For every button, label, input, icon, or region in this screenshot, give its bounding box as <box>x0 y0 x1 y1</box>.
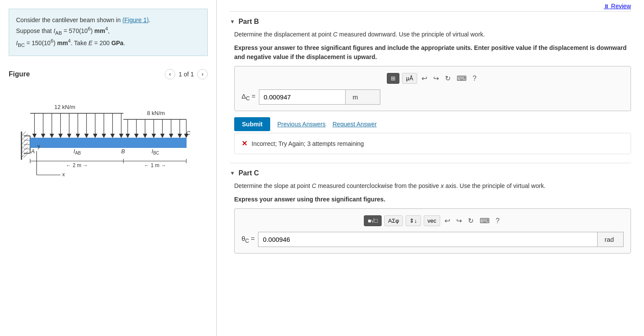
part-c-redo-button[interactable]: ↪ <box>454 215 464 227</box>
mu-button[interactable]: μÅ <box>402 73 417 84</box>
part-c-chevron: ▼ <box>230 170 235 176</box>
svg-marker-19 <box>41 134 46 138</box>
part-b-request-answer-button[interactable]: Request Answer <box>333 121 377 128</box>
svg-marker-25 <box>67 134 72 138</box>
figure-label-text: Figure <box>9 70 30 78</box>
svg-marker-17 <box>33 134 37 138</box>
svg-marker-23 <box>59 134 63 138</box>
svg-marker-52 <box>178 134 182 138</box>
part-c-description2: Express your answer using three signific… <box>234 195 631 204</box>
svg-marker-33 <box>102 134 106 138</box>
beam-svg: 12 kN/m 8 kN/ <box>9 84 208 179</box>
refresh-button[interactable]: ↻ <box>443 72 452 84</box>
part-c-unit: rad <box>598 232 624 247</box>
label-a: A <box>31 148 35 155</box>
part-b-toolbar: ⊞ μÅ ↩ ↪ ↻ ⌨ ? <box>242 72 624 84</box>
part-b-content: Determine the displacement at point C me… <box>230 30 631 154</box>
figure-link[interactable]: (Figure 1) <box>122 16 149 23</box>
part-c-input-label: θC = <box>242 235 255 244</box>
svg-marker-42 <box>134 134 139 138</box>
dim1-label: ← 2 m → <box>66 162 88 168</box>
part-b-header[interactable]: ▼ Part B <box>230 11 631 30</box>
label-b: B <box>121 148 125 155</box>
svg-marker-21 <box>50 134 54 138</box>
part-c-description: Determine the slope at point C measured … <box>234 181 631 191</box>
svg-marker-27 <box>76 134 80 138</box>
part-c-answer-box: ■√□ ΑΣφ ⇕↓ vec ↩ ↪ ↻ ⌨ ? θC = rad <box>234 208 631 254</box>
label-c: C <box>186 130 191 136</box>
label-iab: IAB <box>74 148 81 155</box>
svg-marker-40 <box>126 134 130 138</box>
svg-rect-14 <box>30 138 186 148</box>
svg-marker-35 <box>111 134 115 138</box>
part-c-label: Part C <box>239 169 259 177</box>
feedback-x-icon: ✕ <box>242 139 247 148</box>
load-arrows-left <box>33 113 124 138</box>
problem-text-line1: Consider the cantilever beam shown in <box>16 16 122 23</box>
sigma-button[interactable]: ΑΣφ <box>384 215 403 226</box>
left-panel: Consider the cantilever beam shown in (F… <box>0 0 217 336</box>
part-b-description: Determine the displacement at point C me… <box>234 30 631 39</box>
part-b-answer-box: ⊞ μÅ ↩ ↪ ↻ ⌨ ? ΔC = m <box>234 66 631 111</box>
figure-prev-button[interactable]: ‹ <box>165 69 175 79</box>
svg-marker-29 <box>85 134 89 138</box>
part-c-input[interactable] <box>258 232 598 247</box>
part-c-header[interactable]: ▼ Part C <box>230 163 631 181</box>
part-c-content: Determine the slope at point C measured … <box>230 181 631 254</box>
right-panel: ⏸ Review ▼ Part B Determine the displace… <box>217 0 644 336</box>
load1-label: 12 kN/m <box>54 104 75 110</box>
part-b-feedback: ✕ Incorrect; Try Again; 3 attempts remai… <box>234 133 631 154</box>
part-b-description2: Express your answer to three significant… <box>234 43 631 62</box>
svg-marker-50 <box>169 134 173 138</box>
feedback-text: Incorrect; Try Again; 3 attempts remaini… <box>252 140 364 147</box>
svg-marker-37 <box>119 134 124 138</box>
svg-marker-48 <box>160 134 165 138</box>
part-c-toolbar: ■√□ ΑΣφ ⇕↓ vec ↩ ↪ ↻ ⌨ ? <box>242 215 624 227</box>
arrows-button[interactable]: ⇕↓ <box>405 215 421 226</box>
svg-marker-31 <box>93 134 98 138</box>
beam-diagram: 12 kN/m 8 kN/ <box>9 84 208 179</box>
y-axis-label: y <box>38 143 40 149</box>
part-b-chevron: ▼ <box>230 19 235 25</box>
part-b-input[interactable] <box>259 89 346 105</box>
part-b-previous-answers-button[interactable]: Previous Answers <box>277 121 325 128</box>
grid-button[interactable]: ⊞ <box>387 73 399 84</box>
part-b-input-row: ΔC = m <box>242 89 624 105</box>
dim2-label: ← 1 m → <box>144 162 166 168</box>
load2-label: 8 kN/m <box>147 110 165 116</box>
svg-text:x: x <box>62 171 65 178</box>
part-b-label: Part B <box>239 18 259 26</box>
undo-button[interactable]: ↩ <box>420 72 429 84</box>
load-arrows-right <box>126 119 189 138</box>
figure-page-indicator: 1 of 1 <box>179 71 194 78</box>
help-button[interactable]: ? <box>471 73 478 84</box>
part-b-input-label: ΔC = <box>242 92 255 102</box>
vec-button[interactable]: vec <box>424 215 440 226</box>
part-b-unit: m <box>346 89 380 105</box>
part-b-action-row: Submit Previous Answers Request Answer <box>234 117 631 131</box>
part-b-section: ▼ Part B Determine the displacement at p… <box>230 11 631 154</box>
svg-line-12 <box>24 153 28 158</box>
figure-navigation: ‹ 1 of 1 › <box>165 69 208 79</box>
label-ibc: IBC <box>152 148 160 155</box>
figure-section-header: Figure ‹ 1 of 1 › <box>9 69 208 79</box>
review-link[interactable]: ⏸ Review <box>604 3 631 10</box>
part-c-refresh-button[interactable]: ↻ <box>466 215 475 227</box>
problem-box: Consider the cantilever beam shown in (F… <box>9 9 208 56</box>
part-c-section: ▼ Part C Determine the slope at point C … <box>230 163 631 254</box>
svg-marker-46 <box>152 134 156 138</box>
redo-button[interactable]: ↪ <box>432 72 441 84</box>
svg-marker-44 <box>143 134 147 138</box>
part-c-input-row: θC = rad <box>242 232 624 247</box>
figure-next-button[interactable]: › <box>197 69 208 79</box>
part-c-undo-button[interactable]: ↩ <box>443 215 452 227</box>
sqrt-button[interactable]: ■√□ <box>364 215 382 226</box>
keyboard-button[interactable]: ⌨ <box>455 72 468 84</box>
part-c-help-button[interactable]: ? <box>494 215 501 227</box>
part-b-submit-button[interactable]: Submit <box>234 117 270 131</box>
part-c-keyboard-button[interactable]: ⌨ <box>478 215 491 227</box>
